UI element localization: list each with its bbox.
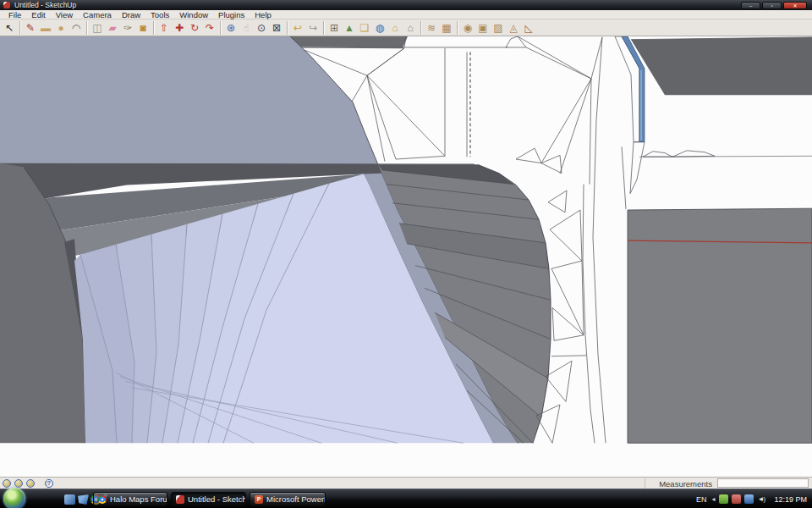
stamp-tool[interactable]: ▣	[475, 20, 491, 36]
drape-tool[interactable]: ▨	[491, 20, 506, 36]
line-tool[interactable]: ✎	[23, 20, 38, 36]
sandbox-from-scratch-tool[interactable]: ▦	[439, 20, 454, 36]
statusbar-divider	[645, 478, 645, 489]
tray-icon-network[interactable]	[744, 494, 754, 504]
menu-draw[interactable]: Draw	[117, 10, 145, 19]
tray-icons: ◄)	[719, 494, 772, 504]
top-right-gray-band	[631, 37, 812, 95]
menu-plugins[interactable]: Plugins	[213, 10, 250, 19]
language-indicator[interactable]: EN	[696, 495, 707, 504]
smoove-tool[interactable]: ◉	[460, 20, 475, 36]
tape-measure-tool[interactable]: ✑	[120, 20, 135, 36]
window-title: Untitled - SketchUp	[14, 1, 76, 9]
pan-tool[interactable]: ☝	[239, 20, 254, 36]
preview-google-earth-tool[interactable]: ◍	[372, 20, 387, 36]
previous-view-tool[interactable]: ↩	[290, 20, 305, 36]
flip-edge-tool[interactable]: ◺	[521, 20, 536, 36]
sketchup-window: Untitled - SketchUp – ▫ ✕ FileEditViewCa…	[0, 0, 812, 508]
quicklaunch-icon-2[interactable]	[78, 494, 89, 505]
horizon-bump	[672, 151, 715, 157]
toolbar-separator	[86, 21, 87, 35]
rectangle-tool[interactable]: ▬	[38, 20, 53, 36]
statusbar-divider	[47, 478, 47, 489]
horizon-bump	[643, 152, 672, 157]
quicklaunch-icon-1[interactable]	[64, 494, 75, 505]
model-viewport[interactable]	[0, 36, 812, 477]
zoom-extents-tool[interactable]: ⊠	[269, 20, 284, 36]
clock[interactable]: 12:19 PM	[774, 495, 807, 504]
menu-tools[interactable]: Tools	[145, 10, 174, 19]
make-component-tool[interactable]: ◫	[90, 20, 105, 36]
arc-tool[interactable]: ◠	[69, 20, 84, 36]
toolbar-separator	[323, 21, 324, 35]
share-models-tool[interactable]: ⌂	[403, 20, 418, 36]
right-wall-panels	[615, 36, 812, 443]
taskbar-button-icon	[98, 495, 107, 504]
close-button[interactable]: ✕	[783, 2, 807, 9]
move-tool[interactable]: ✚	[172, 20, 187, 36]
taskbar-button-sketchup[interactable]: Untitled - SketchUp	[171, 492, 246, 506]
toolbar-separator	[420, 21, 421, 35]
taskbar-button-halo-maps[interactable]: Halo Maps Forum - ...	[93, 492, 167, 506]
menubar: FileEditViewCameraDrawToolsWindowPlugins…	[0, 10, 812, 19]
taskbar-button-label: Halo Maps Forum - ...	[110, 494, 167, 504]
add-detail-tool[interactable]: ◬	[506, 20, 521, 36]
tray-icon-speaker[interactable]: ◄)	[757, 494, 769, 504]
toolbar-separator	[220, 21, 221, 35]
tray-icon-red[interactable]	[732, 494, 741, 504]
menu-file[interactable]: File	[3, 10, 26, 19]
zoom-tool[interactable]: ⊙	[254, 20, 269, 36]
photo-textures-tool[interactable]: ❏	[357, 20, 372, 36]
system-tray: EN ◂ ◄) 12:19 PM	[696, 489, 810, 508]
status-coin-3[interactable]	[26, 479, 35, 488]
minimize-button[interactable]: –	[741, 2, 760, 9]
taskbar-button-icon	[176, 495, 184, 504]
toolbar-separator	[287, 21, 288, 35]
circle-tool[interactable]: ●	[53, 20, 69, 36]
measurements-label: Measurements	[659, 479, 712, 489]
eraser-tool[interactable]: ▰	[105, 20, 120, 36]
menu-view[interactable]: View	[51, 10, 78, 19]
status-coin-1[interactable]	[3, 479, 11, 488]
menu-edit[interactable]: Edit	[26, 10, 50, 19]
tray-expand-chevron[interactable]: ◂	[711, 495, 715, 503]
taskbar-button-label: Untitled - SketchUp	[188, 494, 246, 504]
bottom-right-gray-panel	[628, 208, 812, 443]
toggle-terrain-tool[interactable]: ▲	[342, 20, 357, 36]
taskbar: » Halo Maps Forum - ... Untitled - Sketc…	[0, 489, 812, 508]
start-button[interactable]	[3, 488, 25, 508]
sketchup-logo-icon	[3, 2, 10, 8]
toolbar-separator	[457, 21, 458, 35]
menu-camera[interactable]: Camera	[78, 10, 117, 19]
taskbar-button-powerpoint[interactable]: P Microsoft PowerPoi...	[250, 492, 326, 506]
menu-help[interactable]: Help	[250, 10, 277, 19]
toolbar: ↖✎▬●◠◫▰✑◙⇧✚↻↷⊛☝⊙⊠↩↪⊞▲❏◍⌂⌂≋▦◉▣▨◬◺	[0, 19, 812, 36]
orbit-tool[interactable]: ⊛	[223, 20, 239, 36]
push-pull-tool[interactable]: ⇧	[156, 20, 172, 36]
status-coin-2[interactable]	[14, 479, 23, 488]
toolbar-separator	[19, 21, 20, 35]
statusbar: ? Measurements	[0, 477, 812, 489]
tray-icon-green[interactable]	[719, 494, 728, 504]
get-current-view-tool[interactable]: ⊞	[326, 20, 342, 36]
taskbar-button-icon: P	[255, 495, 263, 504]
taskbar-button-label: Microsoft PowerPoi...	[266, 494, 326, 504]
next-view-tool[interactable]: ↪	[305, 20, 321, 36]
get-models-tool[interactable]: ⌂	[387, 20, 403, 36]
rotate-tool[interactable]: ↻	[187, 20, 202, 36]
maximize-button[interactable]: ▫	[762, 2, 782, 9]
offset-tool[interactable]: ↷	[202, 20, 217, 36]
select-tool[interactable]: ↖	[2, 20, 17, 36]
sandbox-from-contours-tool[interactable]: ≋	[424, 20, 439, 36]
status-icons: ?	[3, 478, 57, 489]
paint-bucket-tool[interactable]: ◙	[135, 20, 151, 36]
measurements-input[interactable]	[717, 478, 809, 488]
toolbar-separator	[153, 21, 154, 35]
menu-window[interactable]: Window	[174, 10, 213, 19]
